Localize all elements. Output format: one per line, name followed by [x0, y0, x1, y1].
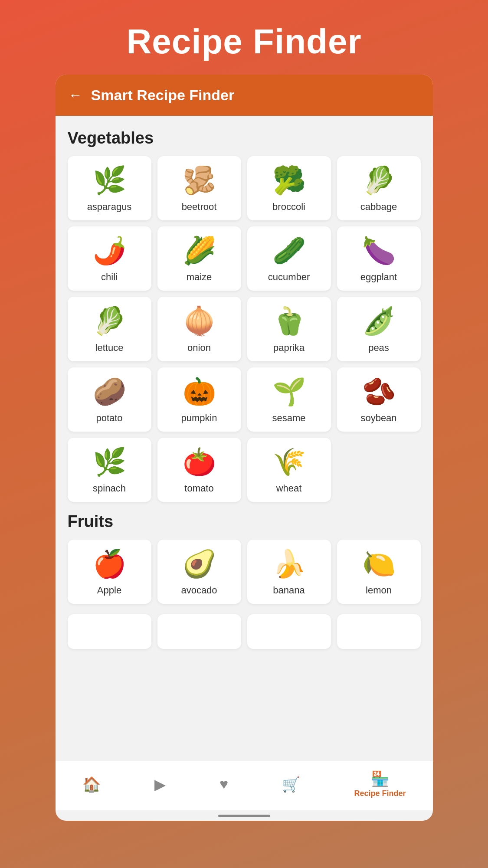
veg-emoji-potato: 🥔	[93, 377, 126, 406]
fruit-card-avocado[interactable]: 🥑 avocado	[157, 540, 241, 604]
nav-favorites[interactable]: ♥	[219, 776, 228, 793]
partial-card-1	[68, 614, 151, 649]
nav-recipe-finder[interactable]: 🏪 Recipe Finder	[354, 770, 406, 798]
veg-emoji-chili: 🌶️	[93, 236, 126, 265]
vegetable-card-sesame[interactable]: 🌱 sesame	[247, 367, 331, 432]
partial-card-2	[157, 614, 241, 649]
veg-label-wheat: wheat	[276, 483, 302, 494]
vegetable-card-chili[interactable]: 🌶️ chili	[68, 226, 151, 291]
veg-label-soybean: soybean	[360, 413, 396, 424]
veg-emoji-pumpkin: 🎃	[183, 377, 216, 406]
veg-emoji-wheat: 🌾	[272, 447, 306, 477]
vegetable-card-maize[interactable]: 🌽 maize	[157, 226, 241, 291]
partial-card-3	[247, 614, 331, 649]
cart-icon: 🛒	[282, 776, 300, 793]
veg-emoji-soybean: 🫘	[362, 377, 396, 406]
veg-label-eggplant: eggplant	[360, 272, 397, 283]
nav-play[interactable]: ▶	[154, 776, 166, 793]
vegetable-card-pumpkin[interactable]: 🎃 pumpkin	[157, 367, 241, 432]
veg-label-spinach: spinach	[93, 483, 126, 494]
vegetable-card-asparagus[interactable]: 🌿 asparagus	[68, 156, 151, 220]
veg-label-asparagus: asparagus	[87, 201, 132, 213]
nav-home[interactable]: 🏠	[82, 776, 101, 793]
vegetables-section-title: Vegetables	[68, 129, 421, 147]
fruit-emoji-Apple: 🍎	[93, 549, 126, 579]
fruits-section-title: Fruits	[68, 512, 421, 531]
topbar-title: Smart Recipe Finder	[91, 87, 235, 104]
heart-icon: ♥	[219, 776, 228, 793]
fruit-emoji-avocado: 🥑	[183, 549, 216, 579]
vegetable-card-eggplant[interactable]: 🍆 eggplant	[337, 226, 421, 291]
vegetable-card-spinach[interactable]: 🌿 spinach	[68, 438, 151, 502]
veg-emoji-tomato: 🍅	[183, 447, 216, 477]
veg-emoji-beetroot: 🫚	[183, 166, 216, 195]
nav-cart[interactable]: 🛒	[282, 776, 300, 793]
vegetable-card-onion[interactable]: 🧅 onion	[157, 297, 241, 361]
nav-recipe-finder-label: Recipe Finder	[354, 789, 406, 798]
veg-emoji-paprika: 🫑	[272, 306, 306, 336]
veg-label-paprika: paprika	[273, 342, 305, 354]
vegetable-card-potato[interactable]: 🥔 potato	[68, 367, 151, 432]
vegetable-card-soybean[interactable]: 🫘 soybean	[337, 367, 421, 432]
fruit-card-banana[interactable]: 🍌 banana	[247, 540, 331, 604]
veg-emoji-eggplant: 🍆	[362, 236, 396, 265]
veg-label-sesame: sesame	[272, 413, 305, 424]
veg-label-peas: peas	[368, 342, 389, 354]
app-title: Recipe Finder	[126, 0, 361, 75]
vegetable-card-beetroot[interactable]: 🫚 beetroot	[157, 156, 241, 220]
veg-emoji-cucumber: 🥒	[272, 236, 306, 265]
scroll-indicator	[218, 815, 270, 817]
content-area: Vegetables 🌿 asparagus 🫚 beetroot 🥦 broc…	[56, 116, 433, 761]
top-bar: ← Smart Recipe Finder	[56, 75, 433, 116]
veg-label-onion: onion	[187, 342, 211, 354]
veg-label-beetroot: beetroot	[182, 201, 217, 213]
veg-label-pumpkin: pumpkin	[181, 413, 217, 424]
play-icon: ▶	[154, 776, 166, 793]
veg-label-potato: potato	[96, 413, 122, 424]
veg-label-maize: maize	[187, 272, 212, 283]
veg-label-cucumber: cucumber	[268, 272, 310, 283]
vegetable-card-broccoli[interactable]: 🥦 broccoli	[247, 156, 331, 220]
vegetable-card-cabbage[interactable]: 🥬 cabbage	[337, 156, 421, 220]
bottom-nav: 🏠 ▶ ♥ 🛒 🏪 Recipe Finder	[56, 761, 433, 810]
veg-label-cabbage: cabbage	[360, 201, 397, 213]
veg-label-broccoli: broccoli	[272, 201, 305, 213]
fruit-label-banana: banana	[273, 585, 305, 596]
fruit-label-avocado: avocado	[181, 585, 217, 596]
vegetable-card-wheat[interactable]: 🌾 wheat	[247, 438, 331, 502]
back-arrow-icon[interactable]: ←	[69, 87, 82, 103]
fruit-card-Apple[interactable]: 🍎 Apple	[68, 540, 151, 604]
fruit-emoji-lemon: 🍋	[362, 549, 396, 579]
vegetable-card-tomato[interactable]: 🍅 tomato	[157, 438, 241, 502]
veg-emoji-peas: 🫛	[362, 306, 396, 336]
store-icon: 🏪	[371, 770, 389, 787]
veg-emoji-cabbage: 🥬	[362, 166, 396, 195]
vegetable-card-cucumber[interactable]: 🥒 cucumber	[247, 226, 331, 291]
veg-emoji-broccoli: 🥦	[272, 166, 306, 195]
veg-emoji-maize: 🌽	[183, 236, 216, 265]
veg-emoji-sesame: 🌱	[272, 377, 306, 406]
fruit-card-lemon[interactable]: 🍋 lemon	[337, 540, 421, 604]
veg-emoji-lettuce: 🥬	[93, 306, 126, 336]
veg-label-tomato: tomato	[184, 483, 213, 494]
app-card: ← Smart Recipe Finder Vegetables 🌿 aspar…	[56, 75, 433, 821]
veg-emoji-onion: 🧅	[183, 306, 216, 336]
vegetable-card-lettuce[interactable]: 🥬 lettuce	[68, 297, 151, 361]
vegetables-grid: 🌿 asparagus 🫚 beetroot 🥦 broccoli 🥬 cabb…	[68, 156, 421, 502]
fruit-label-Apple: Apple	[97, 585, 121, 596]
veg-emoji-spinach: 🌿	[93, 447, 126, 477]
fruit-label-lemon: lemon	[366, 585, 392, 596]
veg-label-chili: chili	[101, 272, 118, 283]
veg-label-lettuce: lettuce	[95, 342, 124, 354]
vegetable-card-peas[interactable]: 🫛 peas	[337, 297, 421, 361]
fruits-grid: 🍎 Apple 🥑 avocado 🍌 banana 🍋 lemon	[68, 540, 421, 604]
partial-card-4	[337, 614, 421, 649]
veg-emoji-asparagus: 🌿	[93, 166, 126, 195]
partial-row	[68, 614, 421, 649]
fruit-emoji-banana: 🍌	[272, 549, 306, 579]
vegetable-card-paprika[interactable]: 🫑 paprika	[247, 297, 331, 361]
home-icon: 🏠	[82, 776, 101, 793]
